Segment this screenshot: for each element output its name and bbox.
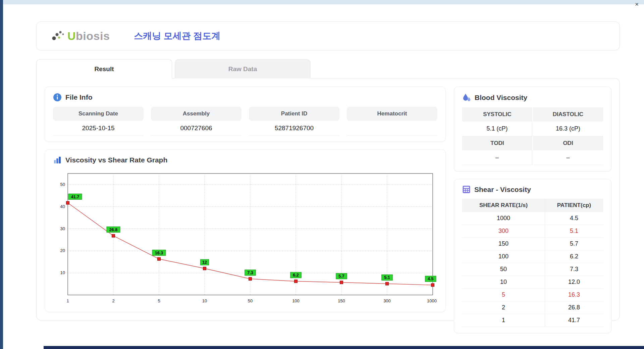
water-drops-icon: [462, 93, 471, 102]
shear-row-50: 507.3: [462, 263, 603, 276]
shear-cell: 4.5: [545, 212, 603, 225]
file-info-field-patient-id: Patient ID52871926700: [249, 107, 339, 136]
bv-value-odi: –: [533, 150, 603, 165]
shear-row-150: 1505.7: [462, 238, 603, 250]
shear-cell: 1: [462, 314, 545, 327]
shear-cell: 100: [462, 250, 545, 263]
svg-text:300: 300: [383, 298, 391, 303]
file-info-field-assembly: Assembly000727606: [151, 107, 241, 136]
shear-cell: 6.2: [545, 250, 603, 263]
svg-text:10: 10: [202, 298, 207, 303]
svg-text:5.7: 5.7: [338, 274, 344, 279]
brand-text: Ubiosis: [67, 30, 110, 43]
graph-card: Viscosity vs Shear Rate Graph 1020304050…: [45, 149, 446, 312]
svg-text:150: 150: [338, 298, 345, 303]
shear-cell: 150: [462, 238, 545, 250]
bv-value-todi: –: [462, 150, 532, 165]
bv-value-diastolic: 16.3 (cP): [533, 121, 603, 136]
shear-cell: 41.7: [545, 314, 603, 327]
field-value: 52871926700: [249, 121, 339, 136]
shear-row-1: 141.7: [462, 314, 603, 327]
shear-cell: 16.3: [545, 289, 603, 301]
col-patient: PATIENT(cp): [545, 199, 603, 212]
tab-raw-data[interactable]: Raw Data: [175, 59, 311, 79]
shear-row-10: 1012.0: [462, 276, 603, 289]
shear-cell: 2: [462, 301, 545, 314]
shear-viscosity-title: Shear - Viscosity: [474, 186, 531, 194]
svg-text:1000: 1000: [427, 298, 437, 303]
viscosity-chart: 10203040501251050100150300100041.726.816…: [53, 169, 437, 306]
shear-cell: 1000: [462, 212, 545, 225]
field-label: Patient ID: [249, 107, 339, 121]
file-info-field-hematocrit: Hematocrit: [347, 107, 437, 136]
shear-cell: 26.8: [545, 301, 603, 314]
shear-row-2: 226.8: [462, 301, 603, 314]
window-bottom-edge: [44, 346, 644, 349]
field-value: 000727606: [151, 121, 241, 136]
bv-header-todi: TODI: [462, 136, 532, 150]
window-left-edge: [0, 0, 3, 349]
tab-bar: Result Raw Data: [36, 59, 620, 79]
bv-header-odi: ODI: [533, 136, 603, 150]
logo-dots-icon: [51, 30, 65, 42]
svg-text:16.3: 16.3: [155, 251, 163, 255]
ubiosis-logo: Ubiosis: [51, 30, 110, 43]
field-label: Assembly: [151, 107, 241, 121]
table-icon: [462, 185, 471, 194]
svg-text:5: 5: [158, 298, 160, 303]
svg-text:20: 20: [60, 248, 65, 253]
svg-text:50: 50: [60, 182, 65, 187]
field-value: [347, 121, 437, 136]
blood-viscosity-card: Blood Viscosity SYSTOLICDIASTOLIC5.1 (cP…: [454, 87, 611, 171]
svg-text:12: 12: [202, 260, 207, 265]
tab-result[interactable]: Result: [36, 59, 172, 79]
field-label: Scanning Date: [53, 107, 144, 121]
field-label: Hematocrit: [347, 107, 437, 121]
shear-cell: 7.3: [545, 263, 603, 276]
bv-header-diastolic: DIASTOLIC: [533, 107, 603, 121]
window-close-button[interactable]: ×: [634, 0, 640, 8]
shear-cell: 12.0: [545, 276, 603, 289]
blood-viscosity-title: Blood Viscosity: [475, 94, 527, 102]
col-shear-rate: SHEAR RATE(1/s): [462, 199, 545, 212]
shear-viscosity-table: SHEAR RATE(1/s) PATIENT(cp) 10004.53005.…: [462, 199, 603, 327]
file-info-fields: Scanning Date2025-10-15Assembly000727606…: [53, 107, 437, 136]
shear-table-header: SHEAR RATE(1/s) PATIENT(cp): [462, 199, 603, 212]
shear-cell: 50: [462, 263, 545, 276]
result-panel: File Info Scanning Date2025-10-15Assembl…: [36, 78, 620, 320]
file-info-field-scanning-date: Scanning Date2025-10-15: [53, 107, 144, 136]
svg-text:2: 2: [112, 298, 114, 303]
shear-row-300: 3005.1: [462, 225, 603, 238]
shear-row-1000: 10004.5: [462, 212, 603, 225]
svg-text:41.7: 41.7: [71, 195, 79, 199]
svg-text:4.5: 4.5: [428, 277, 433, 281]
svg-text:10: 10: [60, 270, 65, 275]
blood-viscosity-grid: SYSTOLICDIASTOLIC5.1 (cP)16.3 (cP)TODIOD…: [462, 107, 603, 165]
shear-cell: 300: [462, 225, 545, 238]
app-header: Ubiosis 스캐닝 모세관 점도계: [36, 21, 620, 50]
file-info-title: File Info: [65, 93, 93, 101]
shear-cell: 5: [462, 289, 545, 301]
info-icon: [53, 93, 62, 102]
svg-text:100: 100: [292, 298, 300, 303]
bv-value-systolic: 5.1 (cP): [462, 121, 532, 136]
svg-text:1: 1: [66, 298, 69, 303]
shear-viscosity-card: Shear - Viscosity SHEAR RATE(1/s) PATIEN…: [454, 179, 611, 333]
file-info-card: File Info Scanning Date2025-10-15Assembl…: [45, 87, 446, 142]
svg-text:50: 50: [248, 298, 253, 303]
svg-text:6.2: 6.2: [293, 273, 299, 278]
shear-cell: 10: [462, 276, 545, 289]
svg-text:7.3: 7.3: [247, 270, 253, 275]
shear-cell: 5.7: [545, 238, 603, 250]
bv-header-systolic: SYSTOLIC: [462, 107, 532, 121]
shear-row-100: 1006.2: [462, 250, 603, 263]
app-title: 스캐닝 모세관 점도계: [134, 30, 220, 42]
main-page: Ubiosis 스캐닝 모세관 점도계 Result Raw Data File…: [36, 21, 620, 320]
bar-chart-icon: [53, 156, 62, 164]
svg-text:26.8: 26.8: [109, 228, 117, 232]
svg-text:30: 30: [60, 226, 65, 231]
window-top-bar: [0, 0, 644, 4]
graph-title: Viscosity vs Shear Rate Graph: [65, 156, 167, 164]
svg-text:40: 40: [60, 204, 65, 209]
svg-text:5.1: 5.1: [384, 275, 390, 280]
